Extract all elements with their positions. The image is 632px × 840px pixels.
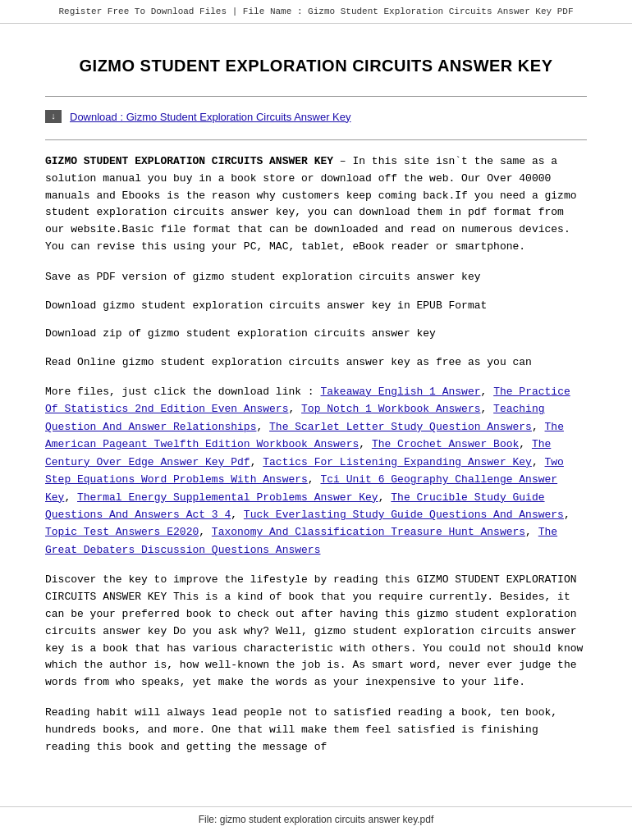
more-files-prefix: More files, just click the download link… xyxy=(45,386,320,398)
divider-top xyxy=(45,96,587,97)
read-suffix: as free as you can xyxy=(410,356,532,368)
more-files-section: More files, just click the download link… xyxy=(45,383,587,559)
more-file-link[interactable]: The Crochet Answer Book xyxy=(372,438,519,450)
more-files-links: Takeaway English 1 Answer, The Practice … xyxy=(45,386,570,556)
more-file-link[interactable]: Takeaway English 1 Answer xyxy=(320,386,480,398)
epub-prefix: Download xyxy=(45,299,103,312)
save-prefix: Save as PDF version of xyxy=(45,271,192,283)
footer-text: File: gizmo student exploration circuits… xyxy=(199,814,434,825)
page-title: GIZMO STUDENT EXPLORATION CIRCUITS ANSWE… xyxy=(45,57,587,75)
zip-keyword: gizmo student exploration circuits answe… xyxy=(148,327,436,340)
more-file-link[interactable]: Top Notch 1 Workbook Answers xyxy=(301,403,480,415)
more-file-link[interactable]: Topic Test Answers E2020 xyxy=(45,526,199,538)
reading-paragraph: Reading habit will always lead people no… xyxy=(45,705,587,756)
intro-rest: – In this site isn`t the same as a solut… xyxy=(45,155,577,253)
more-file-link[interactable]: The Scarlet Letter Study Question Answer… xyxy=(269,421,532,433)
epub-keyword: gizmo student exploration circuits answe… xyxy=(103,299,391,312)
epub-suffix: in EPUB Format xyxy=(391,299,487,312)
download-link-section: ↓ Download : Gizmo Student Exploration C… xyxy=(45,110,587,123)
download-epub-line: Download gizmo student exploration circu… xyxy=(45,298,587,315)
more-file-link[interactable]: Tactics For Listening Expanding Answer K… xyxy=(263,456,532,468)
download-zip-line: Download zip of gizmo student exploratio… xyxy=(45,326,587,343)
intro-paragraph: GIZMO STUDENT EXPLORATION CIRCUITS ANSWE… xyxy=(45,153,587,256)
intro-keyword: GIZMO STUDENT EXPLORATION CIRCUITS ANSWE… xyxy=(45,155,333,167)
more-file-link[interactable]: Taxonomy And Classification Treasure Hun… xyxy=(212,526,525,538)
footer-bar: File: gizmo student exploration circuits… xyxy=(0,806,632,832)
top-bar: Register Free To Download Files | File N… xyxy=(0,0,632,24)
save-keyword: gizmo student exploration circuits answe… xyxy=(192,271,480,283)
read-online-line: Read Online gizmo student exploration ci… xyxy=(45,354,587,372)
top-bar-text: Register Free To Download Files | File N… xyxy=(58,7,573,16)
main-download-link[interactable]: Download : Gizmo Student Exploration Cir… xyxy=(70,111,351,123)
download-icon: ↓ xyxy=(45,110,62,123)
more-file-link[interactable]: Thermal Energy Supplemental Problems Ans… xyxy=(77,491,378,504)
zip-prefix: Download zip of xyxy=(45,327,148,340)
more-file-link[interactable]: Tuck Everlasting Study Guide Questions A… xyxy=(244,509,564,521)
divider-bottom xyxy=(45,139,587,140)
read-prefix: Read Online xyxy=(45,356,122,368)
read-keyword: gizmo student exploration circuits answe… xyxy=(122,356,410,368)
page-content: GIZMO STUDENT EXPLORATION CIRCUITS ANSWE… xyxy=(0,24,632,801)
save-line: Save as PDF version of gizmo student exp… xyxy=(45,269,587,286)
discover-paragraph: Discover the key to improve the lifestyl… xyxy=(45,572,587,692)
